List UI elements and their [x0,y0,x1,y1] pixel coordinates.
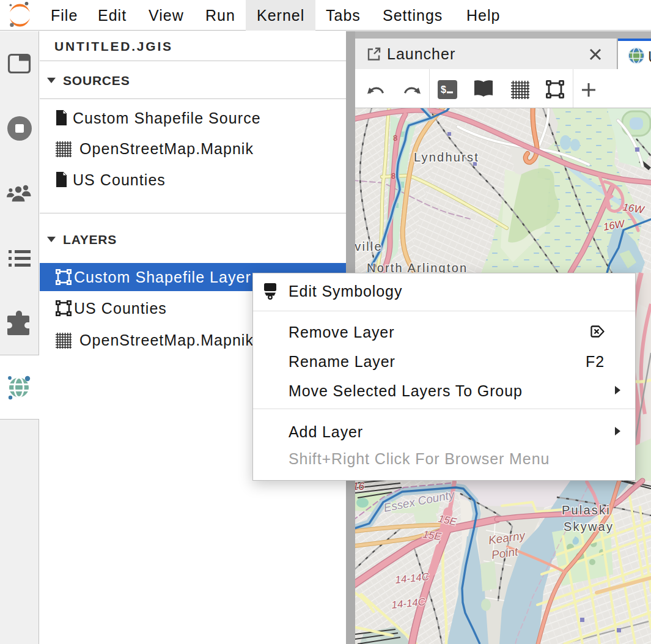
svg-text:Pulaski: Pulaski [562,503,611,517]
svg-text:eville: eville [355,240,383,253]
svg-text:8: 8 [391,171,395,180]
svg-text:Skyway: Skyway [564,520,614,533]
svg-text:8: 8 [393,133,397,142]
svg-text:16: 16 [355,481,364,492]
svg-text:$: $ [441,84,446,95]
svg-text:Lyndhurst: Lyndhurst [414,150,479,164]
